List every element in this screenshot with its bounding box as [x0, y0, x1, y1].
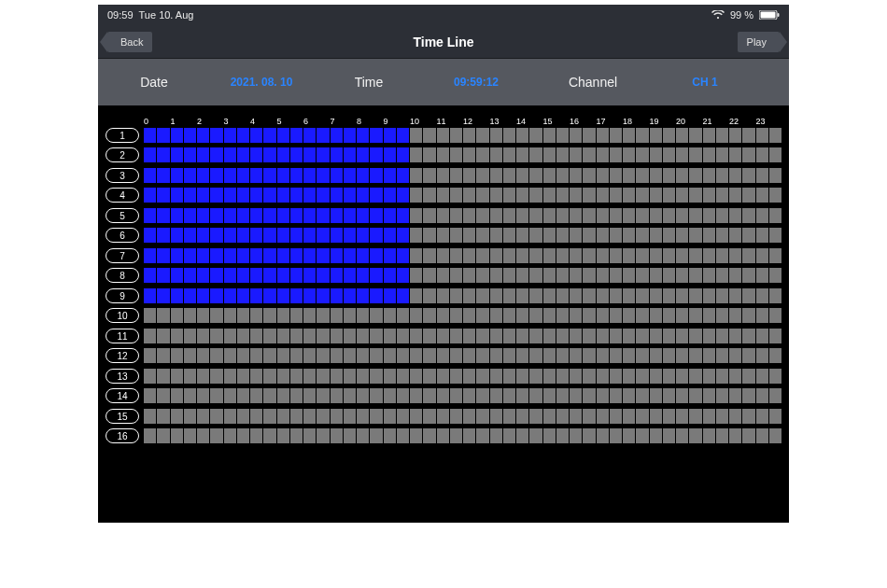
timeline-cell[interactable] — [742, 248, 754, 263]
timeline-cell[interactable] — [277, 409, 289, 424]
timeline-cell[interactable] — [742, 348, 754, 363]
timeline-cell[interactable] — [570, 409, 582, 424]
timeline-cell[interactable] — [410, 248, 422, 263]
timeline-cell[interactable] — [610, 369, 622, 384]
channel-label-pill[interactable]: 14 — [106, 388, 139, 403]
timeline-cell[interactable] — [756, 308, 768, 323]
timeline-cell[interactable] — [583, 329, 595, 343]
timeline-cell[interactable] — [171, 208, 183, 223]
timeline-cell[interactable] — [703, 348, 715, 363]
timeline-cell[interactable] — [197, 308, 209, 323]
timeline-cell[interactable] — [450, 147, 462, 162]
timeline-cell[interactable] — [357, 228, 369, 243]
timeline-cell[interactable] — [597, 268, 609, 283]
date-value[interactable]: 2021. 08. 10 — [210, 76, 313, 89]
timeline-cell[interactable] — [583, 388, 595, 403]
timeline-cell[interactable] — [317, 228, 329, 243]
timeline-cell[interactable] — [503, 409, 515, 424]
timeline-cell[interactable] — [157, 268, 169, 283]
timeline-cell[interactable] — [277, 248, 289, 263]
channel-label-pill[interactable]: 16 — [106, 428, 139, 443]
timeline-cell[interactable] — [650, 147, 662, 162]
timeline-cell[interactable] — [650, 428, 662, 443]
timeline-cell[interactable] — [144, 288, 156, 303]
timeline-cell[interactable] — [676, 248, 688, 263]
timeline-cell[interactable] — [250, 147, 262, 162]
timeline-cell[interactable] — [716, 348, 728, 363]
timeline-cell[interactable] — [423, 428, 435, 443]
timeline-cell[interactable] — [303, 168, 316, 183]
timeline-cell[interactable] — [331, 369, 343, 384]
timeline-cell[interactable] — [756, 369, 768, 384]
timeline-cell[interactable] — [597, 288, 609, 303]
timeline-cell[interactable] — [476, 409, 488, 424]
timeline-cell[interactable] — [636, 388, 648, 403]
timeline-cell[interactable] — [503, 388, 515, 403]
timeline-cell[interactable] — [623, 409, 635, 424]
timeline-cell[interactable] — [384, 188, 396, 203]
timeline-cell[interactable] — [650, 308, 662, 323]
timeline-cell[interactable] — [463, 188, 475, 203]
timeline-cell[interactable] — [263, 369, 275, 384]
timeline-cell[interactable] — [729, 348, 741, 363]
timeline-cell[interactable] — [623, 348, 635, 363]
timeline-cell[interactable] — [516, 329, 528, 343]
timeline-cell[interactable] — [663, 268, 675, 283]
timeline-cell[interactable] — [516, 168, 528, 183]
timeline-cell[interactable] — [144, 147, 156, 162]
timeline-cell[interactable] — [663, 147, 675, 162]
timeline-cell[interactable] — [370, 388, 382, 403]
timeline-cell[interactable] — [224, 388, 236, 403]
timeline-cell[interactable] — [184, 208, 196, 223]
timeline-cell[interactable] — [543, 428, 556, 443]
timeline-cell[interactable] — [476, 348, 488, 363]
timeline-cell[interactable] — [543, 388, 556, 403]
timeline-cell[interactable] — [756, 228, 768, 243]
timeline-cell[interactable] — [397, 268, 409, 283]
timeline-cell[interactable] — [171, 428, 183, 443]
timeline-cell[interactable] — [597, 248, 609, 263]
timeline-cell[interactable] — [769, 128, 781, 143]
timeline-cell[interactable] — [423, 248, 435, 263]
timeline-cell[interactable] — [224, 228, 236, 243]
channel-label-pill[interactable]: 6 — [106, 228, 139, 243]
timeline-cell[interactable] — [303, 248, 316, 263]
timeline-cell[interactable] — [597, 208, 609, 223]
timeline-cell[interactable] — [610, 128, 622, 143]
timeline-cell[interactable] — [290, 147, 303, 162]
timeline-cell[interactable] — [410, 409, 422, 424]
timeline-cell[interactable] — [676, 388, 688, 403]
timeline-cell[interactable] — [769, 388, 781, 403]
timeline-cell[interactable] — [437, 388, 449, 403]
timeline-cell[interactable] — [197, 248, 209, 263]
timeline-cell[interactable] — [769, 168, 781, 183]
timeline-cell[interactable] — [331, 188, 343, 203]
timeline-cell[interactable] — [636, 147, 648, 162]
timeline-cell[interactable] — [184, 288, 196, 303]
timeline-cell[interactable] — [676, 228, 688, 243]
timeline-cell[interactable] — [370, 428, 382, 443]
channel-label-pill[interactable]: 8 — [106, 268, 139, 283]
timeline-cell[interactable] — [224, 248, 236, 263]
timeline-cell[interactable] — [503, 268, 515, 283]
timeline-cell[interactable] — [423, 388, 435, 403]
timeline-cell[interactable] — [703, 228, 715, 243]
timeline-cell[interactable] — [250, 168, 262, 183]
timeline-cell[interactable] — [370, 188, 382, 203]
timeline-cell[interactable] — [463, 147, 475, 162]
timeline-cell[interactable] — [516, 348, 528, 363]
timeline-cell[interactable] — [171, 147, 183, 162]
timeline-cell[interactable] — [756, 168, 768, 183]
timeline-cell[interactable] — [317, 348, 329, 363]
timeline-cell[interactable] — [676, 329, 688, 343]
timeline-cell[interactable] — [636, 308, 648, 323]
timeline-cell[interactable] — [450, 329, 462, 343]
timeline-cell[interactable] — [689, 268, 701, 283]
timeline-cell[interactable] — [303, 147, 316, 162]
timeline-cell[interactable] — [210, 188, 222, 203]
timeline-cell[interactable] — [303, 188, 316, 203]
timeline-cell[interactable] — [556, 128, 569, 143]
timeline-cell[interactable] — [610, 208, 622, 223]
timeline-cell[interactable] — [331, 168, 343, 183]
timeline-cell[interactable] — [583, 208, 595, 223]
